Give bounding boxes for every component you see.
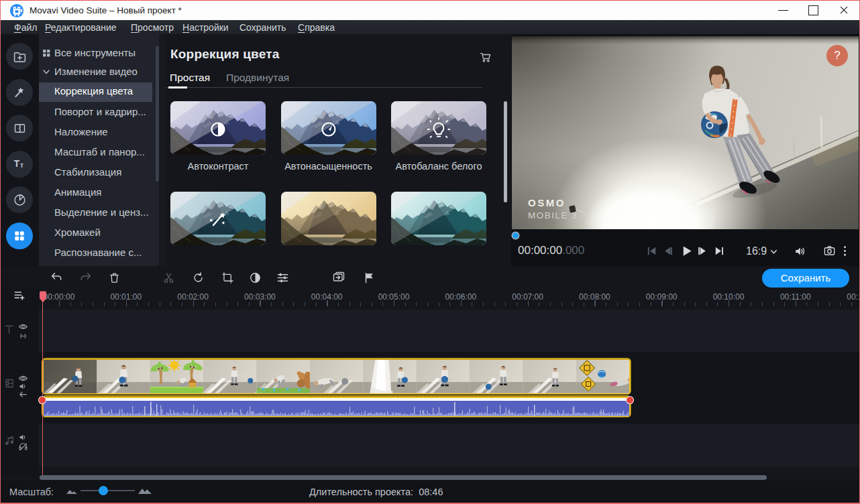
svg-text:т: т	[20, 161, 23, 168]
svg-text:OSMO: OSMO	[528, 197, 566, 208]
svg-text:T: T	[14, 159, 20, 169]
svg-text:MOBILE 3: MOBILE 3	[528, 210, 578, 220]
